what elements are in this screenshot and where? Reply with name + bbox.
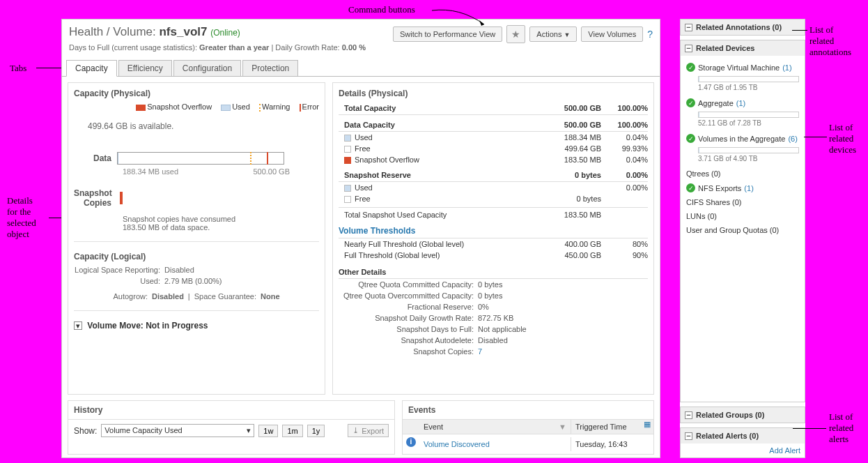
details-physical-panel: Details (Physical) Total Capacity500.00 … (332, 82, 654, 395)
legend-swatch-used (221, 105, 231, 111)
export-button[interactable]: ⤓Export (348, 424, 389, 437)
snapshot-copies-link[interactable]: 7 (478, 347, 482, 356)
tab-protection[interactable]: Protection (242, 60, 298, 77)
check-icon: ✓ (686, 134, 695, 143)
event-time: Tuesday, 16:43 (571, 437, 641, 451)
other-details-row: Qtree Quota Committed Capacity:0 bytes (339, 279, 648, 290)
events-panel: Events Event▼ Triggered Time ▦ i Volume … (402, 400, 654, 455)
event-link[interactable]: Volume Discovered (424, 440, 490, 448)
favorite-button[interactable]: ★ (506, 25, 525, 43)
star-icon: ★ (511, 29, 520, 40)
legend: Snapshot Overflow Used Warning Error (74, 103, 319, 112)
details-row: Snapshot Reserve0 bytes0.00% (339, 169, 648, 182)
page-header: Health / Volume: nfs_vol7 (Online) Days … (62, 20, 660, 54)
autogrow-line: Autogrow: Disabled | Space Guarantee: No… (74, 292, 319, 301)
event-row[interactable]: i Volume Discovered Tuesday, 16:43 (403, 434, 653, 454)
annotation-related-alerts: List of related alerts (829, 411, 853, 445)
capacity-physical-title: Capacity (Physical) (74, 89, 319, 98)
other-details-row: Snapshot Daily Growth Rate:872.75 KB (339, 312, 648, 324)
other-details-row: Qtree Quota Overcommitted Capacity:0 byt… (339, 290, 648, 301)
collapse-icon[interactable]: − (685, 432, 692, 440)
bar-used-segment (118, 153, 118, 164)
bottom-panels: History Show: Volume Capacity Used▾ 1w 1… (62, 400, 660, 455)
tab-capacity[interactable]: Capacity (66, 60, 117, 77)
snapshot-copies-row: Snapshot Copies (74, 188, 319, 208)
history-show-select[interactable]: Volume Capacity Used▾ (101, 424, 254, 437)
details-row: Total Capacity500.00 GB100.00% (339, 103, 648, 115)
columns-icon[interactable]: ▦ (641, 420, 653, 434)
via-meter (698, 147, 799, 153)
legend-swatch-error (300, 104, 301, 112)
device-cifs-shares[interactable]: CIFS Shares (0) (686, 195, 799, 209)
range-1m-button[interactable]: 1m (282, 425, 302, 437)
details-row: Free0 bytes (339, 193, 648, 204)
related-groups-section: −Related Groups (0) (680, 407, 805, 423)
aggregate-meter (698, 112, 799, 118)
other-details-title: Other Details (339, 268, 648, 276)
device-volumes-in-aggregate[interactable]: ✓Volumes in the Aggregate (6) (686, 131, 799, 146)
history-panel: History Show: Volume Capacity Used▾ 1w 1… (68, 400, 395, 455)
breadcrumb-prefix: Health / Volume: (69, 25, 159, 38)
tab-efficiency[interactable]: Efficiency (118, 60, 172, 77)
details-row: Used188.34 MB0.04% (339, 132, 648, 143)
range-1y-button[interactable]: 1y (307, 425, 325, 437)
device-user-group-quotas[interactable]: User and Group Quotas (0) (686, 223, 799, 237)
chevron-down-icon: ▼ (564, 31, 570, 38)
bar-error-marker (267, 152, 268, 165)
history-show-label: Show: (74, 426, 97, 436)
details-row: Data Capacity500.00 GB100.00% (339, 119, 648, 132)
collapse-icon[interactable]: − (685, 24, 692, 31)
volume-move-row[interactable]: ▾ Volume Move: Not in Progress (74, 321, 319, 331)
check-icon: ✓ (686, 63, 695, 72)
add-alert-link[interactable]: Add Alert (681, 443, 805, 457)
snapshot-copies-label: Snapshot Copies (74, 188, 117, 208)
device-nfs-exports[interactable]: ✓NFS Exports (1) (686, 181, 799, 195)
info-icon: i (406, 437, 416, 447)
aggregate-usage: 52.11 GB of 7.28 TB (698, 119, 799, 127)
collapse-icon[interactable]: − (685, 411, 692, 419)
actions-dropdown[interactable]: Actions▼ (529, 26, 577, 42)
other-details-row: Fractional Reserve:0% (339, 301, 648, 312)
annotation-arrow (432, 7, 488, 26)
details-physical-title: Details (Physical) (339, 89, 648, 98)
details-row: Snapshot Overflow183.50 MB0.04% (339, 154, 648, 165)
volume-move-label: Volume Move: Not in Progress (87, 321, 208, 331)
range-1w-button[interactable]: 1w (258, 425, 278, 437)
filter-icon[interactable]: ▼ (559, 423, 566, 431)
view-volumes-button[interactable]: View Volumes (581, 26, 643, 42)
history-title: History (68, 401, 394, 420)
volume-name: nfs_vol7 (159, 25, 207, 38)
details-row: Total Snapshot Used Capacity183.50 MB (339, 207, 648, 220)
data-bar-sublabels: 188.34 MB used500.00 GB (123, 167, 290, 176)
chevron-down-icon: ▾ (247, 426, 251, 435)
bar-warning-marker (250, 152, 251, 165)
collapse-icon[interactable]: − (685, 45, 692, 52)
tabs: Capacity Efficiency Configuration Protec… (66, 60, 660, 77)
related-devices-title: Related Devices (696, 44, 754, 52)
events-col-time[interactable]: Triggered Time (571, 420, 641, 434)
related-alerts-section: −Related Alerts (0) Add Alert (680, 427, 805, 458)
tab-configuration[interactable]: Configuration (173, 60, 241, 77)
svm-meter (698, 76, 799, 82)
command-buttons: Switch to Performance View ★ Actions▼ Vi… (393, 25, 653, 43)
related-annotations-title: Related Annotations (0) (696, 23, 782, 31)
device-aggregate[interactable]: ✓Aggregate (1) (686, 96, 799, 110)
expand-icon[interactable]: ▾ (74, 321, 82, 330)
volume-thresholds-link[interactable]: Volume Thresholds (339, 226, 648, 238)
legend-swatch-warning (259, 104, 261, 112)
device-luns[interactable]: LUNs (0) (686, 209, 799, 223)
tab-content: Capacity (Physical) Snapshot Overflow Us… (62, 76, 660, 400)
svm-usage: 1.47 GB of 1.95 TB (698, 84, 799, 91)
device-qtrees[interactable]: Qtrees (0) (686, 167, 799, 181)
related-alerts-title: Related Alerts (0) (696, 432, 759, 440)
threshold-row: Nearly Full Threshold (Global level)400.… (339, 238, 648, 250)
related-devices-section: −Related Devices ✓Storage Virtual Machin… (680, 40, 805, 402)
device-svm[interactable]: ✓Storage Virtual Machine (1) (686, 60, 799, 75)
header-subtitle: Days to Full (current usage statistics):… (69, 43, 653, 52)
details-row: Used0.00% (339, 182, 648, 193)
switch-performance-view-button[interactable]: Switch to Performance View (393, 26, 502, 42)
annotation-related-annotations: List of related annotations (809, 24, 851, 58)
help-icon[interactable]: ? (647, 29, 653, 40)
events-col-event[interactable]: Event (424, 423, 443, 431)
other-details-row: Snapshot Days to Full:Not applicable (339, 324, 648, 335)
